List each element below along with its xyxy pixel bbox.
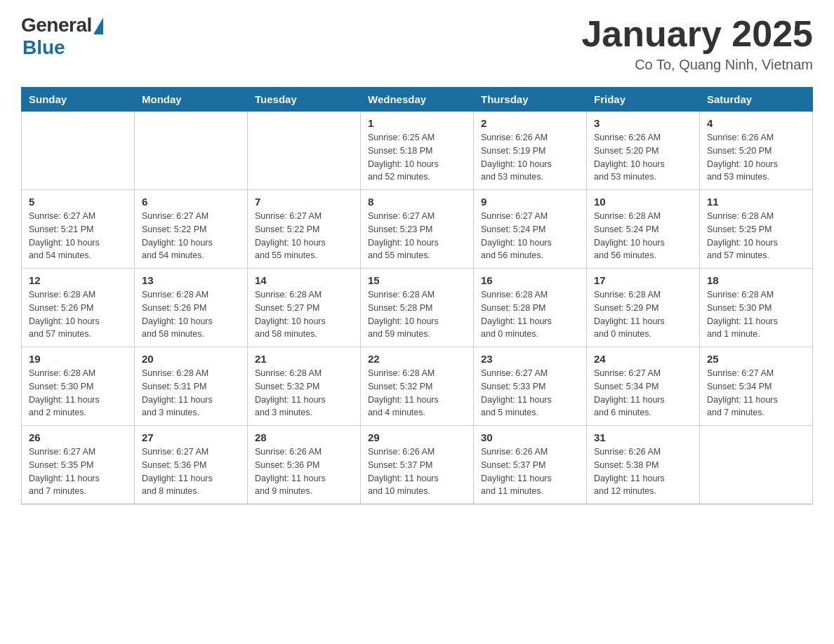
calendar-cell: 12Sunrise: 6:28 AM Sunset: 5:26 PM Dayli… — [22, 269, 135, 347]
calendar-cell: 4Sunrise: 6:26 AM Sunset: 5:20 PM Daylig… — [700, 112, 813, 190]
day-number: 27 — [142, 431, 240, 443]
calendar-cell: 16Sunrise: 6:28 AM Sunset: 5:28 PM Dayli… — [474, 269, 587, 347]
calendar-week-row: 1Sunrise: 6:25 AM Sunset: 5:18 PM Daylig… — [22, 112, 813, 190]
column-header-monday: Monday — [135, 88, 248, 112]
calendar-header-row: SundayMondayTuesdayWednesdayThursdayFrid… — [22, 88, 813, 112]
day-info: Sunrise: 6:27 AM Sunset: 5:34 PM Dayligh… — [594, 367, 692, 420]
day-number: 7 — [255, 196, 353, 208]
calendar-cell: 9Sunrise: 6:27 AM Sunset: 5:24 PM Daylig… — [474, 190, 587, 269]
day-info: Sunrise: 6:28 AM Sunset: 5:32 PM Dayligh… — [255, 367, 353, 420]
month-title: January 2025 — [581, 14, 813, 54]
calendar-week-row: 5Sunrise: 6:27 AM Sunset: 5:21 PM Daylig… — [22, 190, 813, 269]
day-info: Sunrise: 6:27 AM Sunset: 5:34 PM Dayligh… — [707, 367, 805, 420]
calendar-cell: 2Sunrise: 6:26 AM Sunset: 5:19 PM Daylig… — [474, 112, 587, 190]
day-info: Sunrise: 6:26 AM Sunset: 5:20 PM Dayligh… — [594, 131, 692, 184]
day-info: Sunrise: 6:28 AM Sunset: 5:26 PM Dayligh… — [29, 288, 127, 341]
day-info: Sunrise: 6:25 AM Sunset: 5:18 PM Dayligh… — [368, 131, 466, 184]
calendar-cell: 28Sunrise: 6:26 AM Sunset: 5:36 PM Dayli… — [248, 426, 361, 504]
day-number: 24 — [594, 353, 692, 365]
day-info: Sunrise: 6:28 AM Sunset: 5:28 PM Dayligh… — [368, 288, 466, 341]
calendar-week-row: 12Sunrise: 6:28 AM Sunset: 5:26 PM Dayli… — [22, 269, 813, 347]
day-number: 10 — [594, 196, 692, 208]
calendar-cell: 3Sunrise: 6:26 AM Sunset: 5:20 PM Daylig… — [587, 112, 700, 190]
logo-blue-text: Blue — [22, 36, 65, 59]
calendar-cell: 21Sunrise: 6:28 AM Sunset: 5:32 PM Dayli… — [248, 347, 361, 426]
calendar-cell: 20Sunrise: 6:28 AM Sunset: 5:31 PM Dayli… — [135, 347, 248, 426]
day-number: 15 — [368, 274, 466, 286]
column-header-tuesday: Tuesday — [248, 88, 361, 112]
calendar-cell: 19Sunrise: 6:28 AM Sunset: 5:30 PM Dayli… — [22, 347, 135, 426]
day-info: Sunrise: 6:27 AM Sunset: 5:21 PM Dayligh… — [29, 210, 127, 262]
day-info: Sunrise: 6:28 AM Sunset: 5:30 PM Dayligh… — [707, 288, 805, 341]
calendar-cell: 27Sunrise: 6:27 AM Sunset: 5:36 PM Dayli… — [135, 426, 248, 504]
calendar-cell: 18Sunrise: 6:28 AM Sunset: 5:30 PM Dayli… — [700, 269, 813, 347]
day-info: Sunrise: 6:28 AM Sunset: 5:31 PM Dayligh… — [142, 367, 240, 420]
calendar-cell: 31Sunrise: 6:26 AM Sunset: 5:38 PM Dayli… — [587, 426, 700, 504]
calendar-cell — [248, 112, 361, 190]
calendar-cell — [22, 112, 135, 190]
calendar-cell — [135, 112, 248, 190]
day-info: Sunrise: 6:27 AM Sunset: 5:36 PM Dayligh… — [142, 445, 240, 498]
calendar-cell: 26Sunrise: 6:27 AM Sunset: 5:35 PM Dayli… — [22, 426, 135, 504]
day-number: 22 — [368, 353, 466, 365]
day-number: 13 — [142, 274, 240, 286]
day-number: 18 — [707, 274, 805, 286]
day-number: 12 — [29, 274, 127, 286]
day-number: 31 — [594, 431, 692, 443]
calendar-cell: 29Sunrise: 6:26 AM Sunset: 5:37 PM Dayli… — [361, 426, 474, 504]
calendar-cell — [700, 426, 813, 504]
day-info: Sunrise: 6:27 AM Sunset: 5:24 PM Dayligh… — [481, 210, 579, 262]
calendar-table: SundayMondayTuesdayWednesdayThursdayFrid… — [21, 87, 813, 504]
calendar-cell: 14Sunrise: 6:28 AM Sunset: 5:27 PM Dayli… — [248, 269, 361, 347]
day-number: 19 — [29, 353, 127, 365]
calendar-cell: 7Sunrise: 6:27 AM Sunset: 5:22 PM Daylig… — [248, 190, 361, 269]
column-header-wednesday: Wednesday — [361, 88, 474, 112]
calendar-cell: 8Sunrise: 6:27 AM Sunset: 5:23 PM Daylig… — [361, 190, 474, 269]
column-header-saturday: Saturday — [700, 88, 813, 112]
calendar-cell: 15Sunrise: 6:28 AM Sunset: 5:28 PM Dayli… — [361, 269, 474, 347]
day-info: Sunrise: 6:28 AM Sunset: 5:29 PM Dayligh… — [594, 288, 692, 341]
logo-general-text: General — [21, 14, 92, 36]
logo: General Blue — [21, 14, 103, 59]
page-header: General Blue January 2025 Co To, Quang N… — [21, 14, 813, 73]
day-number: 23 — [481, 353, 579, 365]
day-number: 8 — [368, 196, 466, 208]
calendar-cell: 11Sunrise: 6:28 AM Sunset: 5:25 PM Dayli… — [700, 190, 813, 269]
calendar-cell: 25Sunrise: 6:27 AM Sunset: 5:34 PM Dayli… — [700, 347, 813, 426]
calendar-cell: 1Sunrise: 6:25 AM Sunset: 5:18 PM Daylig… — [361, 112, 474, 190]
day-info: Sunrise: 6:27 AM Sunset: 5:22 PM Dayligh… — [255, 210, 353, 262]
day-info: Sunrise: 6:28 AM Sunset: 5:24 PM Dayligh… — [594, 210, 692, 262]
day-number: 2 — [481, 117, 579, 129]
day-number: 5 — [29, 196, 127, 208]
calendar-cell: 5Sunrise: 6:27 AM Sunset: 5:21 PM Daylig… — [22, 190, 135, 269]
day-info: Sunrise: 6:26 AM Sunset: 5:20 PM Dayligh… — [707, 131, 805, 184]
day-info: Sunrise: 6:26 AM Sunset: 5:19 PM Dayligh… — [481, 131, 579, 184]
column-header-sunday: Sunday — [22, 88, 135, 112]
day-number: 29 — [368, 431, 466, 443]
day-number: 9 — [481, 196, 579, 208]
day-info: Sunrise: 6:28 AM Sunset: 5:30 PM Dayligh… — [29, 367, 127, 420]
day-info: Sunrise: 6:28 AM Sunset: 5:26 PM Dayligh… — [142, 288, 240, 341]
calendar-cell: 17Sunrise: 6:28 AM Sunset: 5:29 PM Dayli… — [587, 269, 700, 347]
day-number: 14 — [255, 274, 353, 286]
calendar-cell: 13Sunrise: 6:28 AM Sunset: 5:26 PM Dayli… — [135, 269, 248, 347]
calendar-cell: 23Sunrise: 6:27 AM Sunset: 5:33 PM Dayli… — [474, 347, 587, 426]
day-number: 3 — [594, 117, 692, 129]
day-number: 11 — [707, 196, 805, 208]
location-text: Co To, Quang Ninh, Vietnam — [581, 57, 813, 73]
day-number: 30 — [481, 431, 579, 443]
day-number: 4 — [707, 117, 805, 129]
column-header-friday: Friday — [587, 88, 700, 112]
day-number: 16 — [481, 274, 579, 286]
calendar-cell: 24Sunrise: 6:27 AM Sunset: 5:34 PM Dayli… — [587, 347, 700, 426]
logo-triangle-icon — [93, 18, 103, 34]
day-info: Sunrise: 6:26 AM Sunset: 5:38 PM Dayligh… — [594, 445, 692, 498]
day-info: Sunrise: 6:27 AM Sunset: 5:33 PM Dayligh… — [481, 367, 579, 420]
calendar-week-row: 26Sunrise: 6:27 AM Sunset: 5:35 PM Dayli… — [22, 426, 813, 504]
day-info: Sunrise: 6:26 AM Sunset: 5:36 PM Dayligh… — [255, 445, 353, 498]
calendar-cell: 22Sunrise: 6:28 AM Sunset: 5:32 PM Dayli… — [361, 347, 474, 426]
day-info: Sunrise: 6:26 AM Sunset: 5:37 PM Dayligh… — [481, 445, 579, 498]
day-info: Sunrise: 6:27 AM Sunset: 5:23 PM Dayligh… — [368, 210, 466, 262]
day-info: Sunrise: 6:26 AM Sunset: 5:37 PM Dayligh… — [368, 445, 466, 498]
day-number: 20 — [142, 353, 240, 365]
